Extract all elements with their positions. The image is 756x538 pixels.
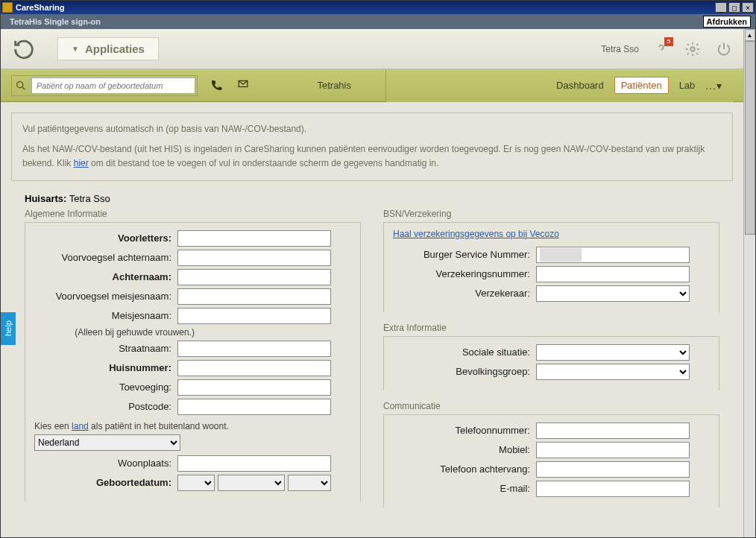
applicaties-label: Applicaties xyxy=(85,42,145,55)
input-meisjesnaam[interactable] xyxy=(177,308,331,324)
svg-line-2 xyxy=(22,87,25,89)
scroll-thumb[interactable] xyxy=(745,41,755,235)
section-algemene: Voorletters: Voorvoegsel achternaam: Ach… xyxy=(25,222,361,501)
input-bsn-nr[interactable] xyxy=(536,247,690,263)
app-icon xyxy=(2,2,13,13)
minimize-button[interactable]: _ xyxy=(715,2,727,13)
section-extra: Sociale situatie: Bevolkingsgroep: xyxy=(383,336,719,390)
label-bevolking: Bevolkingsgroep: xyxy=(390,366,536,377)
svg-point-0 xyxy=(690,47,695,51)
section-algemene-title: Algemene Informatie xyxy=(25,209,361,219)
select-geb-maand[interactable] xyxy=(218,475,285,491)
select-bevolking[interactable] xyxy=(536,364,690,380)
power-icon[interactable] xyxy=(715,40,733,58)
help-tab[interactable]: help xyxy=(1,312,16,345)
input-tel-achter[interactable] xyxy=(536,461,690,478)
scroll-up-icon[interactable]: ▲ xyxy=(745,29,755,41)
mail-icon[interactable] xyxy=(236,79,251,92)
section-extra-title: Extra Informatie xyxy=(383,323,719,333)
input-verz-nr[interactable] xyxy=(536,266,690,282)
land-link[interactable]: land xyxy=(72,421,89,431)
titlebar: CareSharing _ □ × xyxy=(1,1,755,14)
maximize-button[interactable]: □ xyxy=(728,2,740,13)
label-telefoon: Telefoonnummer: xyxy=(390,425,536,436)
input-postcode[interactable] xyxy=(177,399,331,415)
label-bsn-nr: Burger Service Nummer: xyxy=(390,249,536,260)
help-icon[interactable]: 5 xyxy=(652,40,670,58)
user-label: Tetra Sso xyxy=(601,44,639,54)
input-achternaam[interactable] xyxy=(177,269,331,285)
select-verzekeraar[interactable] xyxy=(536,285,690,302)
vecozo-link[interactable]: Haal verzekeringsgegevens op bij Vecozo xyxy=(390,227,562,244)
info-line1: Vul patiëntgegevens automatisch in (op b… xyxy=(22,122,722,136)
label-postcode: Postcode: xyxy=(31,401,177,412)
label-voorletters: Voorletters: xyxy=(31,232,177,244)
print-button[interactable]: Afdrukken xyxy=(703,16,751,28)
input-straatnaam[interactable] xyxy=(177,341,331,357)
input-telefoon[interactable] xyxy=(536,423,690,439)
info-line2b: om dit bestand toe te voegen of vul in o… xyxy=(89,158,439,168)
label-voorv-achternaam: Voorvoegsel achternaam: xyxy=(31,252,177,263)
label-toevoeging: Toevoeging: xyxy=(31,382,177,393)
top-toolbar: ▼ Applicaties Tetra Sso 5 xyxy=(1,29,743,69)
search-box xyxy=(11,75,198,96)
label-meisjesnaam: Meisjesnaam: xyxy=(31,310,177,321)
input-voorletters[interactable] xyxy=(177,230,331,247)
svg-point-1 xyxy=(17,81,23,87)
select-land[interactable]: Nederland xyxy=(34,434,180,451)
label-straatnaam: Straatnaam: xyxy=(31,343,177,354)
chevron-down-icon: ▼ xyxy=(72,45,79,53)
section-comm-title: Communicatie xyxy=(383,401,719,411)
input-voorv-achternaam[interactable] xyxy=(177,250,331,266)
notification-badge: 5 xyxy=(664,37,673,46)
input-mobiel[interactable] xyxy=(536,442,690,458)
label-email: E-mail: xyxy=(390,483,536,494)
section-comm: Telefoonnummer: Mobiel: Telefoon achterv… xyxy=(383,414,719,507)
note-buitenland: als patiënt in het buitenland woont. xyxy=(89,421,229,431)
close-button[interactable]: × xyxy=(742,2,754,13)
vertical-scrollbar[interactable]: ▲ xyxy=(743,29,755,537)
nav-brand: Tetrahis xyxy=(317,80,351,91)
nav-dashboard[interactable]: Dashboard xyxy=(556,80,604,91)
info-hier-link[interactable]: hier xyxy=(74,158,89,168)
nav-more[interactable]: ...▾ xyxy=(705,80,722,92)
input-voorv-meisjes[interactable] xyxy=(177,288,331,305)
select-geb-jaar[interactable] xyxy=(288,475,331,491)
label-achternaam: Achternaam: xyxy=(31,271,177,282)
bsn-masked-value xyxy=(540,248,582,262)
nav-lab[interactable]: Lab xyxy=(679,80,696,91)
section-bsn-title: BSN/Verzekering xyxy=(383,209,719,219)
input-woonplaats[interactable] xyxy=(177,455,331,472)
note-gehuwde: (Alleen bij gehuwde vrouwen.) xyxy=(31,327,354,338)
phone-icon[interactable] xyxy=(210,79,224,92)
input-huisnummer[interactable] xyxy=(177,360,331,376)
refresh-icon[interactable] xyxy=(11,37,37,62)
note-kies-een: Kies een xyxy=(34,421,72,431)
huisarts-label: Huisarts: xyxy=(25,193,66,204)
nav-bar: Tetrahis Dashboard Patiënten Lab ...▾ xyxy=(1,69,743,102)
gear-icon[interactable] xyxy=(684,40,702,58)
label-sociale: Sociale situatie: xyxy=(390,346,536,358)
info-box: Vul patiëntgegevens automatisch in (op b… xyxy=(11,113,733,181)
nav-patienten[interactable]: Patiënten xyxy=(614,77,669,94)
section-bsn: Haal verzekeringsgegevens op bij Vecozo … xyxy=(383,222,719,312)
label-woonplaats: Woonplaats: xyxy=(31,458,177,469)
input-email[interactable] xyxy=(536,481,690,497)
label-verzekeraar: Verzekeraar: xyxy=(390,288,536,299)
window-title: CareSharing xyxy=(16,3,714,12)
search-input[interactable] xyxy=(31,77,195,94)
applicaties-dropdown[interactable]: ▼ Applicaties xyxy=(57,37,159,60)
label-verz-nr: Verzekeringsnummer: xyxy=(390,268,536,279)
subtitle-bar: TetraHis Single sign-on Afdrukken xyxy=(1,14,755,29)
input-toevoeging[interactable] xyxy=(177,379,331,396)
huisarts-row: Huisarts: Tetra Sso xyxy=(11,181,733,209)
label-tel-achter: Telefoon achtervang: xyxy=(390,463,536,475)
select-geb-dag[interactable] xyxy=(177,475,215,491)
subtitle-text: TetraHis Single sign-on xyxy=(10,17,101,26)
label-huisnummer: Huisnummer: xyxy=(31,362,177,373)
label-voorv-meisjes: Voorvoegsel meisjesnaam: xyxy=(31,291,177,302)
search-icon[interactable] xyxy=(13,78,28,93)
huisarts-value: Tetra Sso xyxy=(69,193,110,204)
select-sociale[interactable] xyxy=(536,344,690,361)
label-geboortedatum: Geboortedatum: xyxy=(31,477,177,488)
